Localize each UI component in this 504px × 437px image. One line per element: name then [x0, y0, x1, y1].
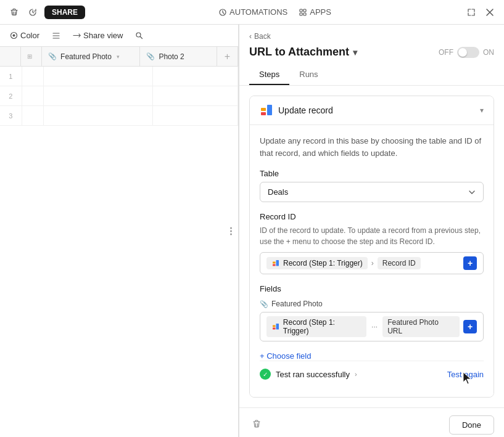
svg-rect-9 [261, 112, 266, 115]
bottom-actions: Done [239, 407, 504, 437]
automation-panel: ‹ Back URL to Attachment ▾ OFF ON Steps [239, 25, 504, 437]
done-button[interactable]: Done [449, 415, 494, 435]
toggle-thumb [458, 48, 467, 57]
row-expand-3[interactable] [22, 106, 44, 125]
history-button[interactable] [26, 6, 39, 19]
field-token-separator: ··· [370, 322, 379, 331]
test-success-row: ✓ Test ran successfully › Test again [260, 361, 484, 387]
add-col-icon: + [225, 51, 230, 62]
top-toolbar: SHARE AUTOMATIONS APPS [0, 0, 504, 25]
automation-toggle[interactable] [457, 47, 479, 58]
svg-rect-1 [300, 9, 302, 12]
photo2-attachment-icon: 📎 [146, 52, 155, 60]
back-button[interactable]: ‹ Back [249, 31, 271, 42]
sub-toolbar: Color Share view [0, 25, 238, 47]
toggle-row: OFF ON [439, 47, 494, 58]
test-chevron-icon: › [355, 370, 357, 378]
automation-content: Update record ▾ Update any record in thi… [239, 86, 504, 407]
add-col-button[interactable]: + [217, 47, 238, 66]
step-description: Update any record in this base by choosi… [260, 135, 484, 159]
record-token-logo [271, 259, 280, 268]
field-name-row: 📎 Featured Photo [260, 300, 484, 308]
token-separator: › [371, 259, 374, 268]
fullscreen-button[interactable] [465, 6, 478, 19]
tab-runs[interactable]: Runs [289, 65, 328, 85]
sheet-rows: 1 2 3 [0, 67, 238, 126]
column-headers: ⊞ 📎 Featured Photo ▾ 📎 Photo 2 + [0, 47, 238, 67]
svg-rect-10 [267, 105, 272, 115]
automation-header: ‹ Back URL to Attachment ▾ OFF ON Steps [239, 25, 504, 86]
field-add-button[interactable]: + [463, 320, 477, 333]
cell-featured-3[interactable] [44, 106, 153, 125]
row-num-2: 2 [0, 86, 22, 105]
test-success-info: ✓ Test ran successfully › [260, 369, 357, 380]
row-expand-1[interactable] [22, 67, 44, 86]
card-expand-icon[interactable]: ▾ [480, 106, 484, 115]
search-button[interactable] [133, 29, 146, 42]
color-button[interactable]: Color [7, 28, 42, 43]
table-row: 3 [0, 106, 238, 126]
svg-rect-14 [273, 325, 276, 327]
record-id-help: ID of the record to update. To update a … [260, 225, 484, 247]
field-token-pill: Record (Step 1: Trigger) [266, 316, 366, 337]
cell-photo2-2[interactable] [153, 86, 238, 105]
automation-title-row: URL to Attachment ▾ OFF ON [249, 46, 494, 59]
panel-resize-handle[interactable] [228, 224, 234, 237]
cell-featured-2[interactable] [44, 86, 153, 105]
fields-label: Fields [260, 284, 484, 293]
cell-photo2-1[interactable] [153, 67, 238, 86]
cell-featured-1[interactable] [44, 67, 153, 86]
svg-rect-15 [273, 328, 276, 330]
test-again-button[interactable]: Test again [447, 370, 484, 379]
expand-col-header: ⊞ [21, 47, 42, 66]
row-expand-2[interactable] [22, 86, 44, 105]
featured-photo-field-label: Featured Photo [271, 300, 323, 308]
field-token-logo [271, 322, 280, 331]
record-id-label: Record ID [260, 212, 484, 221]
attachment-icon: 📎 [48, 52, 57, 60]
record-token-pill: Record (Step 1: Trigger) [266, 257, 368, 269]
svg-rect-3 [300, 13, 302, 15]
svg-rect-4 [304, 13, 306, 15]
share-view-button[interactable]: Share view [70, 28, 125, 43]
update-card-header[interactable]: Update record ▾ [250, 96, 494, 125]
delete-step-button[interactable] [249, 417, 264, 434]
fields-section: Fields 📎 Featured Photo [260, 284, 484, 341]
svg-rect-2 [304, 9, 306, 12]
step-icon [260, 104, 273, 117]
automation-title: URL to Attachment ▾ [249, 46, 357, 59]
table-section: Table Deals [260, 169, 484, 202]
toolbar-center: AUTOMATIONS APPS [215, 5, 335, 19]
row-num-header [0, 47, 21, 66]
apps-button[interactable]: APPS [295, 5, 335, 19]
tab-steps[interactable]: Steps [249, 65, 289, 85]
featured-photo-chevron: ▾ [117, 54, 120, 60]
table-row: 2 [0, 86, 238, 106]
toolbar-right [465, 6, 497, 19]
close-button[interactable] [483, 6, 497, 19]
spreadsheet-panel: Color Share view [0, 25, 239, 437]
svg-rect-8 [261, 108, 266, 111]
cell-photo2-3[interactable] [153, 106, 238, 125]
trash-button[interactable] [7, 6, 21, 19]
photo2-header-label: Photo 2 [159, 52, 184, 61]
svg-point-6 [13, 35, 15, 37]
share-button[interactable]: SHARE [44, 6, 85, 19]
update-record-card: Update record ▾ Update any record in thi… [249, 96, 494, 398]
toolbar-left: SHARE [7, 6, 85, 19]
choose-field-button[interactable]: + Choose field [260, 351, 311, 361]
record-id-add-button[interactable]: + [463, 256, 477, 270]
table-select[interactable]: Deals [260, 182, 484, 202]
record-id-section: Record ID ID of the record to update. To… [260, 212, 484, 274]
row-height-button[interactable] [49, 29, 63, 43]
record-id-tag: Record ID [378, 257, 421, 269]
photo2-col-header[interactable]: 📎 Photo 2 [140, 47, 217, 66]
svg-rect-13 [276, 260, 279, 266]
automation-tabs: Steps Runs [249, 65, 494, 85]
field-token-row: Record (Step 1: Trigger) ··· Featured Ph… [260, 312, 484, 341]
update-card-title: Update record [260, 104, 333, 117]
title-dropdown-icon[interactable]: ▾ [353, 47, 357, 57]
featured-photo-header-label: Featured Photo [60, 52, 112, 61]
featured-photo-col-header[interactable]: 📎 Featured Photo ▾ [42, 47, 140, 66]
automations-button[interactable]: AUTOMATIONS [215, 5, 291, 19]
